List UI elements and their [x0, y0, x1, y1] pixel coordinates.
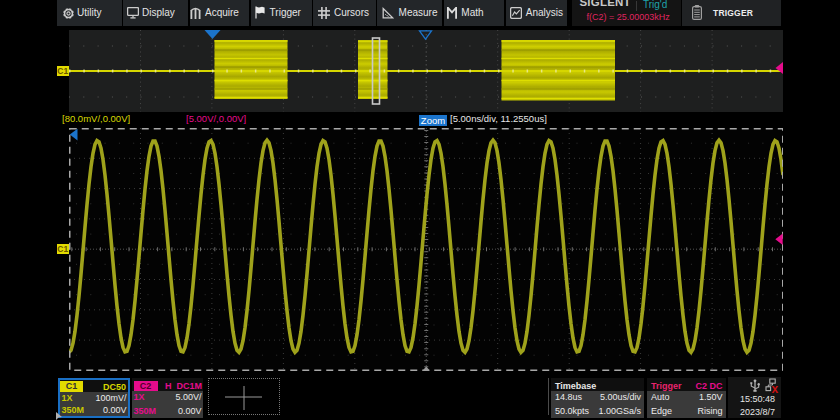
- svg-text:x: x: [772, 382, 779, 394]
